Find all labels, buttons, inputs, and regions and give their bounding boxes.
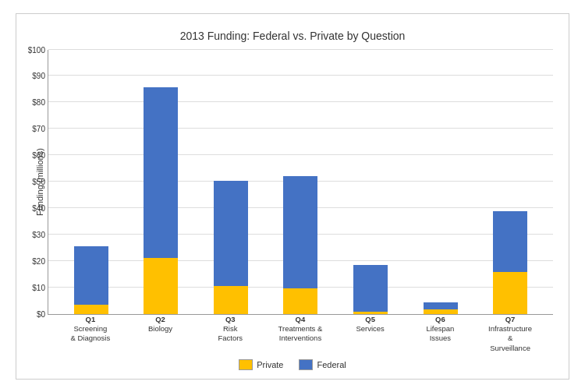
bar-private-q7 — [493, 272, 527, 314]
bar-federal-q1 — [74, 246, 108, 305]
y-tick-label: $70 — [32, 125, 45, 133]
y-tick-label: $0 — [37, 309, 45, 318]
bar-stack-q1 — [74, 246, 108, 314]
x-label-q1: Q1Screening& Diagnosis — [67, 315, 114, 353]
legend-federal-box — [299, 359, 313, 370]
y-tick-label: $10 — [32, 283, 45, 291]
bar-private-q6 — [424, 309, 458, 314]
chart-container: 2013 Funding: Federal vs. Private by Que… — [16, 13, 569, 380]
bar-federal-q2 — [144, 87, 178, 258]
legend-federal: Federal — [299, 359, 346, 370]
bar-federal-q6 — [424, 302, 458, 309]
bar-federal-q3 — [214, 181, 248, 286]
bar-stack-q5 — [353, 265, 388, 314]
y-tick-label: $30 — [32, 230, 45, 238]
chart-title: 2013 Funding: Federal vs. Private by Que… — [32, 30, 553, 42]
y-tick-label: $20 — [32, 256, 45, 265]
bar-federal-q5 — [353, 265, 388, 312]
y-tick-label: $40 — [32, 203, 45, 212]
y-tick-label: $90 — [32, 72, 45, 80]
chart-area: Funding (millions) $0$10$20$30$40$50$60$… — [32, 50, 553, 315]
legend-federal-label: Federal — [317, 360, 346, 369]
bar-stack-q3 — [214, 181, 248, 314]
y-tick-label: $60 — [32, 151, 45, 160]
bar-stack-q4 — [283, 176, 317, 314]
y-tick-label: $50 — [32, 178, 45, 186]
x-label-q6: Q6LifespanIssues — [417, 315, 463, 353]
x-axis-labels: Q1Screening& DiagnosisQ2BiologyQ3RiskFac… — [48, 315, 553, 353]
x-label-q4: Q4Treatments &Interventions — [277, 315, 324, 353]
bar-federal-q4 — [283, 176, 317, 288]
x-label-q3: Q3RiskFactors — [207, 315, 254, 353]
legend: Private Federal — [32, 359, 553, 370]
bar-stack-q6 — [424, 302, 458, 314]
y-tick-label: $80 — [32, 98, 45, 107]
bar-group-q7 — [487, 211, 534, 314]
bar-private-q3 — [214, 286, 248, 314]
bar-private-q5 — [353, 312, 388, 314]
bar-private-q1 — [74, 305, 108, 314]
bars-row — [48, 50, 553, 314]
x-label-q2: Q2Biology — [137, 315, 184, 353]
bar-group-q1 — [68, 246, 115, 314]
bar-private-q4 — [283, 288, 317, 314]
bar-group-q5 — [347, 265, 394, 314]
y-tick-label: $100 — [28, 45, 45, 54]
legend-private-box — [239, 359, 253, 370]
bar-stack-q7 — [493, 211, 527, 314]
x-label-q5: Q5Services — [347, 315, 394, 353]
bar-group-q4 — [277, 176, 324, 314]
bar-stack-q2 — [144, 87, 178, 314]
x-label-q7: Q7Infrastructure& Surveillance — [487, 315, 534, 353]
bar-group-q2 — [137, 87, 184, 314]
bar-federal-q7 — [493, 211, 527, 272]
chart-inner: $0$10$20$30$40$50$60$70$80$90$100 — [48, 50, 553, 315]
legend-private: Private — [239, 359, 283, 370]
bar-group-q6 — [417, 302, 464, 314]
legend-private-label: Private — [257, 360, 283, 369]
bar-private-q2 — [144, 258, 178, 314]
grid-and-bars: $0$10$20$30$40$50$60$70$80$90$100 — [48, 50, 553, 315]
bar-group-q3 — [207, 181, 254, 314]
